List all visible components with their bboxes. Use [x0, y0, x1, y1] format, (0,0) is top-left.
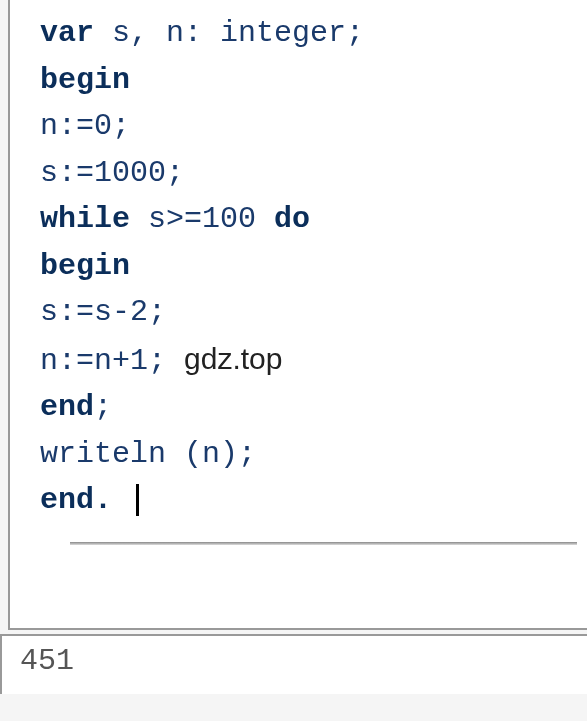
code-line: n:=0; — [40, 103, 587, 150]
code-text: ; — [94, 390, 112, 424]
keyword-begin: begin — [40, 249, 130, 283]
code-text: s:=1000; — [40, 156, 184, 190]
panel-divider-wrap — [40, 524, 587, 553]
code-line: begin — [40, 57, 587, 104]
code-text: n:=n+1; — [40, 344, 184, 378]
code-line: s:=s-2; — [40, 289, 587, 336]
keyword-do: do — [274, 202, 310, 236]
code-line: s:=1000; — [40, 150, 587, 197]
code-line: n:=n+1; gdz.top — [40, 336, 587, 385]
code-text: s:=s-2; — [40, 295, 166, 329]
code-line: end; — [40, 384, 587, 431]
panel-divider — [70, 542, 577, 545]
keyword-while: while — [40, 202, 130, 236]
code-text: n:=0; — [40, 109, 130, 143]
code-editor-pane[interactable]: var s, n: integer; begin n:=0; s:=1000; … — [8, 0, 587, 630]
code-line: while s>=100 do — [40, 196, 587, 243]
code-text: s, n: integer; — [94, 16, 364, 50]
code-text: s>=100 — [130, 202, 274, 236]
code-line: begin — [40, 243, 587, 290]
watermark-text: gdz.top — [184, 342, 282, 375]
keyword-begin: begin — [40, 63, 130, 97]
keyword-end: end — [40, 390, 94, 424]
keyword-end: end. — [40, 483, 112, 517]
text-cursor-icon — [136, 484, 139, 516]
output-pane[interactable]: 451 — [0, 634, 587, 694]
code-line: end. — [40, 477, 587, 524]
code-line: writeln (n); — [40, 431, 587, 478]
output-value: 451 — [20, 644, 587, 678]
code-line: var s, n: integer; — [40, 10, 587, 57]
code-text: writeln (n); — [40, 437, 256, 471]
keyword-var: var — [40, 16, 94, 50]
code-text — [112, 483, 130, 517]
